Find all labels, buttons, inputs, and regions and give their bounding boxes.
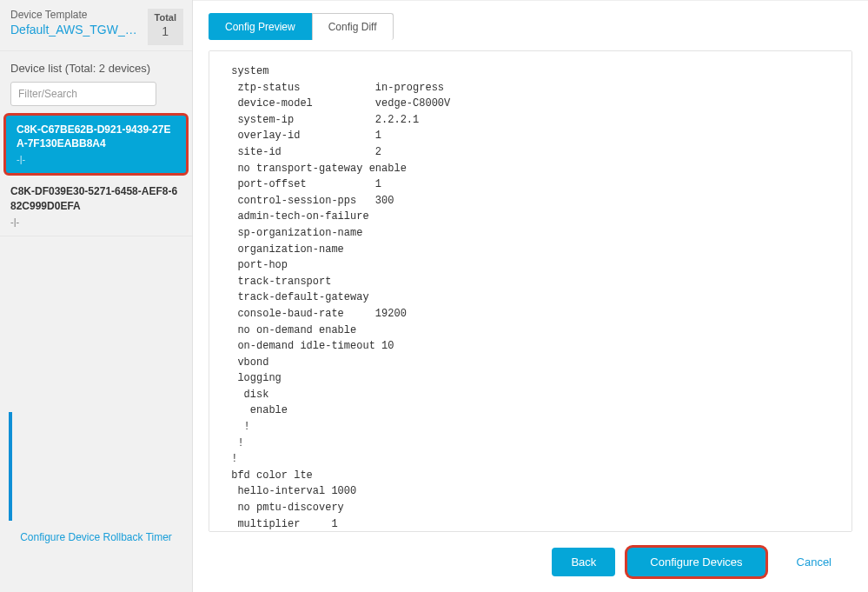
device-list: C8K-C67BE62B-D921-9439-27EA-7F130EABB8A4… [0,111,192,236]
sidebar-header: Device Template Default_AWS_TGW_C8... To… [0,0,192,51]
main-panel: Config Preview Config Diff system ztp-st… [193,0,868,592]
device-id: C8K-C67BE62B-D921-9439-27EA-7F130EABB8A4 [17,123,176,150]
device-item-selected[interactable]: C8K-C67BE62B-D921-9439-27EA-7F130EABB8A4… [3,113,189,176]
device-list-header: Device list (Total: 2 devices) [0,51,192,111]
configure-devices-button[interactable]: Configure Devices [627,548,765,576]
device-sub: -|- [17,154,176,164]
cancel-button[interactable]: Cancel [778,548,851,576]
sidebar-header-labels: Device Template Default_AWS_TGW_C8... [10,9,145,37]
total-label: Total [155,12,176,23]
search-input[interactable] [10,82,156,106]
device-id: C8K-DF039E30-5271-6458-AEF8-682C999D0EFA [10,184,182,212]
total-value: 1 [155,24,176,38]
device-item[interactable]: C8K-DF039E30-5271-6458-AEF8-682C999D0EFA… [0,177,192,236]
config-preview-pane[interactable]: system ztp-status in-progress device-mod… [209,50,852,532]
tab-config-preview[interactable]: Config Preview [209,13,312,40]
sidebar-header-row: Device Template Default_AWS_TGW_C8... To… [10,9,183,45]
sidebar: Device Template Default_AWS_TGW_C8... To… [0,0,193,592]
tab-bar: Config Preview Config Diff [193,1,868,40]
device-sub: -|- [10,216,182,227]
config-text: system ztp-status in-progress device-mod… [225,63,836,532]
rollback-timer-link[interactable]: Configure Device Rollback Timer [20,531,172,543]
total-column: Total 1 [148,9,183,45]
sidebar-accent-bar [9,412,12,521]
device-template-name[interactable]: Default_AWS_TGW_C8... [10,23,145,37]
app-root: Device Template Default_AWS_TGW_C8... To… [0,0,868,592]
device-template-label: Device Template [10,9,145,21]
tab-config-diff[interactable]: Config Diff [312,13,394,40]
device-list-title: Device list (Total: 2 devices) [10,62,182,75]
back-button[interactable]: Back [552,548,615,576]
action-bar: Back Configure Devices Cancel [193,532,868,592]
sidebar-footer: Configure Device Rollback Timer [0,529,192,544]
